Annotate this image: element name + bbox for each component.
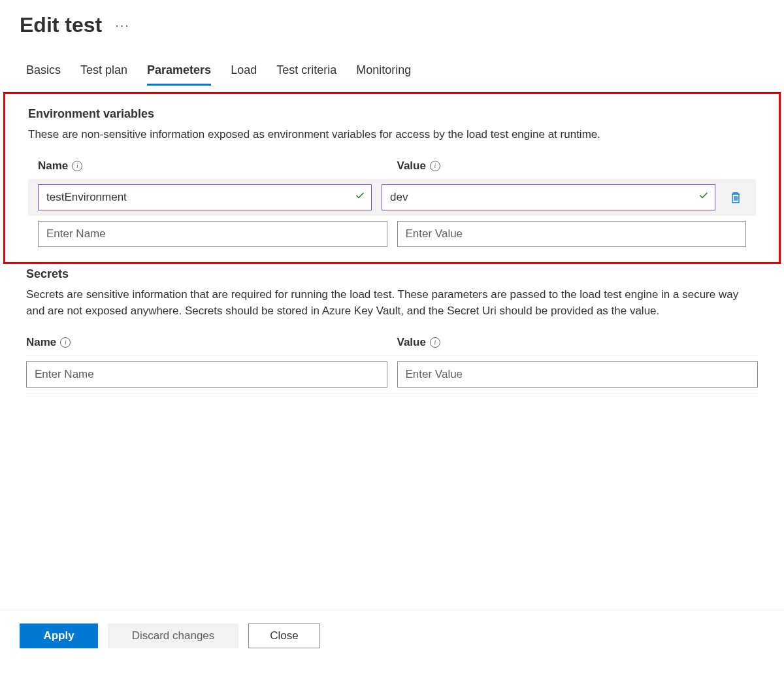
- page-title: Edit test: [20, 13, 102, 37]
- env-desc: These are non-sensitive information expo…: [28, 126, 756, 143]
- check-icon: [698, 190, 709, 204]
- env-name-input-empty[interactable]: [38, 221, 387, 247]
- secrets-row-empty: [26, 356, 758, 393]
- secrets-name-header-label: Name: [26, 336, 56, 349]
- secrets-title: Secrets: [26, 267, 758, 281]
- tab-basics[interactable]: Basics: [26, 63, 61, 86]
- secrets-desc: Secrets are sensitive information that a…: [26, 286, 758, 320]
- env-value-input-empty[interactable]: [397, 221, 747, 247]
- secrets-value-input-empty[interactable]: [397, 361, 759, 388]
- tab-monitoring[interactable]: Monitoring: [356, 63, 411, 86]
- info-icon[interactable]: i: [60, 337, 71, 348]
- env-title: Environment variables: [28, 107, 756, 121]
- env-name-header-label: Name: [38, 159, 68, 173]
- env-row: [28, 179, 756, 216]
- tab-bar: Basics Test plan Parameters Load Test cr…: [0, 44, 784, 86]
- env-value-header-label: Value: [397, 159, 426, 173]
- secrets-name-header: Name i: [26, 336, 387, 349]
- close-button[interactable]: Close: [248, 623, 320, 648]
- env-value-header: Value i: [397, 159, 747, 173]
- secrets-value-header-label: Value: [397, 336, 426, 349]
- delete-row-button[interactable]: [725, 187, 746, 208]
- env-variables-section: Environment variables These are non-sens…: [3, 92, 781, 264]
- env-value-input[interactable]: [382, 184, 715, 210]
- tab-load[interactable]: Load: [231, 63, 257, 86]
- tab-test-plan[interactable]: Test plan: [80, 63, 127, 86]
- apply-button[interactable]: Apply: [20, 623, 98, 648]
- secrets-value-header: Value i: [397, 336, 759, 349]
- info-icon[interactable]: i: [430, 161, 440, 171]
- info-icon[interactable]: i: [72, 161, 82, 171]
- secrets-name-input-empty[interactable]: [26, 361, 387, 388]
- info-icon[interactable]: i: [430, 337, 440, 348]
- env-name-header: Name i: [38, 159, 387, 173]
- check-icon: [355, 190, 365, 204]
- discard-button[interactable]: Discard changes: [108, 623, 238, 648]
- footer-actions: Apply Discard changes Close: [0, 610, 784, 661]
- env-name-input[interactable]: [38, 184, 372, 210]
- trash-icon: [730, 191, 742, 204]
- more-actions-icon[interactable]: ···: [115, 18, 130, 33]
- tab-test-criteria[interactable]: Test criteria: [276, 63, 336, 86]
- tab-parameters[interactable]: Parameters: [147, 63, 211, 86]
- secrets-section: Secrets Secrets are sensitive informatio…: [0, 267, 784, 403]
- env-row-empty: [28, 216, 756, 252]
